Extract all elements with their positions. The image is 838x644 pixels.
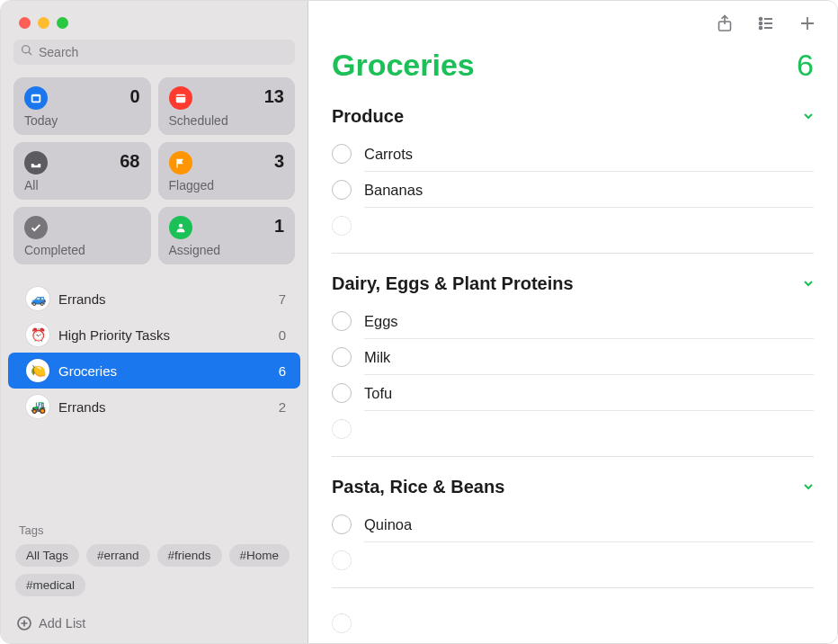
complete-toggle[interactable] — [332, 514, 352, 534]
reminder-row[interactable]: Tofu — [332, 375, 814, 411]
minimize-window-button[interactable] — [38, 17, 49, 29]
list-name: Errands — [58, 399, 106, 415]
main-content: Groceries 6 Produce Carrots Bananas Dair… — [308, 1, 837, 643]
smart-list-count: 13 — [264, 86, 284, 107]
fullscreen-window-button[interactable] — [57, 17, 68, 29]
list-emoji-icon: 🍋 — [26, 359, 49, 382]
empty-circle-icon — [332, 550, 352, 570]
reminder-section: Produce Carrots Bananas — [308, 99, 837, 254]
smart-list-count: 3 — [274, 151, 284, 172]
sidebar: 0 Today 13 Scheduled 68 — [1, 1, 308, 643]
tag-chip[interactable]: #medical — [15, 574, 85, 596]
reminder-section: Dairy, Eggs & Plant Proteins Eggs Milk T… — [308, 266, 837, 457]
checkmark-icon — [24, 216, 48, 239]
list-emoji-icon: 🚜 — [26, 395, 49, 418]
tag-chip[interactable]: All Tags — [15, 544, 79, 567]
reminder-row[interactable]: Bananas — [332, 172, 814, 208]
smart-list-all[interactable]: 68 All — [13, 142, 151, 200]
smart-list-count: 0 — [129, 86, 139, 107]
section-header[interactable]: Pasta, Rice & Beans — [332, 470, 814, 506]
complete-toggle[interactable] — [332, 144, 352, 164]
complete-toggle[interactable] — [332, 311, 352, 331]
sidebar-list-item[interactable]: 🚜 Errands 2 — [8, 389, 300, 425]
new-reminder-row[interactable] — [332, 411, 814, 447]
share-button[interactable] — [715, 13, 735, 33]
section-divider — [332, 253, 814, 254]
svg-rect-1 — [33, 96, 40, 101]
add-list-button[interactable]: Add List — [1, 607, 308, 643]
smart-list-label: Completed — [24, 243, 140, 257]
chevron-down-icon[interactable] — [803, 480, 814, 495]
tag-chip[interactable]: #Home — [229, 544, 290, 567]
smart-list-label: All — [24, 178, 140, 192]
empty-circle-icon — [332, 613, 352, 633]
reminder-text[interactable]: Tofu — [364, 385, 814, 402]
reminder-section: Pasta, Rice & Beans Quinoa — [308, 470, 837, 588]
search-field[interactable] — [13, 40, 295, 65]
smart-list-flagged[interactable]: 3 Flagged — [158, 142, 296, 200]
list-count: 7 — [279, 291, 286, 307]
reminder-text[interactable]: Quinoa — [364, 516, 814, 533]
reminder-row[interactable]: Milk — [332, 339, 814, 375]
list-options-button[interactable] — [756, 13, 776, 33]
section-header[interactable]: Produce — [332, 99, 814, 136]
svg-point-4 — [178, 224, 182, 228]
flag-icon — [169, 151, 192, 174]
new-reminder-row[interactable] — [308, 601, 837, 644]
svg-point-11 — [760, 22, 762, 25]
sidebar-list-item[interactable]: ⏰ High Priority Tasks 0 — [8, 317, 300, 353]
tray-icon — [24, 151, 48, 174]
list-count: 0 — [279, 327, 286, 343]
reminder-row[interactable]: Eggs — [332, 303, 814, 339]
sidebar-list-item[interactable]: 🚙 Errands 7 — [8, 281, 300, 317]
smart-list-label: Assigned — [169, 243, 285, 257]
search-icon — [21, 44, 33, 60]
complete-toggle[interactable] — [332, 347, 352, 367]
section-title: Dairy, Eggs & Plant Proteins — [332, 273, 574, 294]
svg-rect-2 — [175, 94, 185, 103]
tag-chip[interactable]: #friends — [157, 544, 222, 567]
person-icon — [169, 216, 192, 239]
close-window-button[interactable] — [19, 17, 31, 29]
reminder-text[interactable]: Bananas — [364, 182, 814, 199]
add-list-label: Add List — [39, 616, 85, 631]
chevron-down-icon[interactable] — [803, 277, 814, 291]
smart-list-label: Flagged — [169, 178, 285, 192]
list-title: Groceries — [332, 48, 475, 83]
sidebar-list-item[interactable]: 🍋 Groceries 6 — [8, 353, 300, 389]
reminder-row[interactable]: Quinoa — [332, 506, 814, 542]
smart-list-assigned[interactable]: 1 Assigned — [158, 207, 296, 264]
reminder-text[interactable]: Carrots — [364, 146, 814, 163]
toolbar — [308, 1, 837, 40]
smart-list-today[interactable]: 0 Today — [13, 77, 151, 135]
empty-circle-icon — [332, 419, 352, 439]
reminder-row[interactable]: Carrots — [332, 136, 814, 172]
list-name: High Priority Tasks — [58, 327, 170, 343]
svg-point-9 — [760, 18, 762, 21]
new-reminder-row[interactable] — [332, 542, 814, 578]
tag-chip[interactable]: #errand — [86, 544, 150, 567]
tags-container: All Tags#errand#friends#Home#medical — [1, 544, 308, 607]
add-reminder-button[interactable] — [798, 13, 817, 33]
chevron-down-icon[interactable] — [803, 110, 814, 124]
search-input[interactable] — [39, 45, 288, 59]
tags-header: Tags — [1, 511, 308, 544]
calendar-today-icon — [24, 86, 48, 110]
list-count: 6 — [797, 48, 814, 83]
reminder-text[interactable]: Milk — [364, 349, 814, 366]
section-divider — [332, 587, 814, 588]
svg-point-13 — [760, 27, 762, 30]
complete-toggle[interactable] — [332, 180, 352, 200]
new-reminder-row[interactable] — [332, 208, 814, 244]
section-divider — [332, 456, 814, 457]
section-header[interactable]: Dairy, Eggs & Plant Proteins — [332, 266, 814, 303]
smart-list-label: Today — [24, 113, 140, 128]
smart-list-completed[interactable]: Completed — [13, 207, 151, 264]
user-lists: 🚙 Errands 7⏰ High Priority Tasks 0🍋 Groc… — [1, 281, 308, 511]
list-emoji-icon: ⏰ — [26, 323, 49, 346]
smart-list-count: 1 — [274, 216, 284, 237]
complete-toggle[interactable] — [332, 383, 352, 403]
reminder-text[interactable]: Eggs — [364, 313, 814, 330]
calendar-icon — [169, 86, 192, 110]
smart-list-scheduled[interactable]: 13 Scheduled — [158, 77, 296, 135]
